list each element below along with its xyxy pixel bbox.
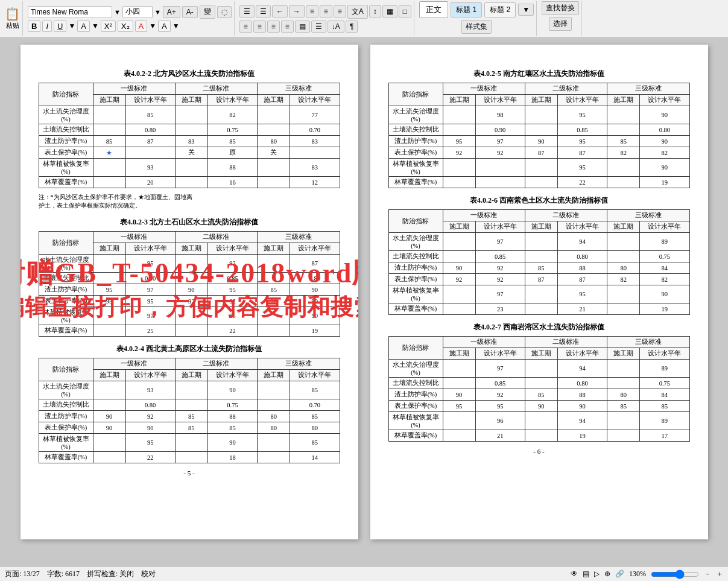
- view-icon1[interactable]: 👁: [571, 570, 578, 579]
- toolbar: 📋 粘贴 ▼ ▼ A+ A- 變 ◌ B I U ▼ A ▼ X²: [0, 0, 728, 37]
- table6-title: 表4.0.2-7 西南岩溶区水土流失防治指标值: [388, 322, 690, 332]
- num-list-btn[interactable]: ☰: [256, 5, 271, 17]
- border-btn[interactable]: □: [399, 5, 411, 17]
- table4-title: 表4.0.2-5 南方红壤区水土流失防治指标值: [388, 69, 690, 79]
- highlight-btn[interactable]: A: [135, 21, 148, 32]
- paste-label: 粘贴: [6, 21, 19, 30]
- styles-more-btn[interactable]: ▼: [518, 4, 534, 16]
- page-2: 表4.0.2-5 南方红壤区水土流失防治指标值 防治指标 一级标准 二级标准 三…: [370, 45, 708, 539]
- increase-font-btn[interactable]: A+: [163, 6, 180, 18]
- page-info: 页面: 13/27: [5, 569, 40, 579]
- zoom-out-btn[interactable]: －: [704, 569, 711, 579]
- column-btn[interactable]: ▦: [382, 5, 397, 17]
- clear-format-btn[interactable]: ◌: [217, 6, 232, 18]
- find-replace-btn[interactable]: 查找替换: [542, 1, 579, 15]
- font-section: ▼ ▼ A+ A- 變 ◌ B I U ▼ A ▼ X² X₂ A ▼ A ▼: [25, 1, 235, 36]
- align-right-btn[interactable]: ≡: [334, 5, 346, 17]
- align2-btn[interactable]: ≡: [239, 21, 252, 33]
- table-4022: 防治指标 一级标准 二级标准 三级标准 施工期设计水平年 施工期设计水平年 施工…: [39, 83, 340, 188]
- page-1: 表4.0.2-2 北方风沙区水土流失防治指标值 防治指标 一级标准 二级标准 三…: [21, 45, 358, 539]
- format-btn1[interactable]: 變: [200, 5, 215, 19]
- align5-btn[interactable]: ≡: [281, 21, 294, 33]
- select-btn[interactable]: 选择: [549, 17, 572, 31]
- table-4025: 防治指标 一级标准 二级标准 三级标准 施工期设计水平年 施工期设计水平年 施工…: [388, 83, 690, 188]
- zhengwen-btn[interactable]: 正文: [419, 1, 448, 18]
- table2-title: 表4.0.2-3 北方土石山区水土流失防治指标值: [39, 217, 340, 227]
- italic-btn[interactable]: I: [42, 21, 52, 32]
- align3-btn[interactable]: ≡: [253, 21, 266, 33]
- text-fx-btn[interactable]: 文A: [347, 5, 368, 19]
- underline-btn[interactable]: U: [54, 21, 66, 32]
- align-center-btn[interactable]: ≡: [320, 5, 332, 17]
- table1-title: 表4.0.2-2 北方风沙区水土流失防治指标值: [39, 69, 340, 79]
- font-color-btn[interactable]: A: [77, 21, 90, 32]
- decrease-font-btn[interactable]: A-: [182, 6, 198, 18]
- heading2-btn[interactable]: 标题 2: [484, 2, 516, 17]
- heading1-btn[interactable]: 标题 1: [451, 2, 482, 17]
- indent-left-btn[interactable]: ←: [272, 5, 288, 17]
- font-size-input[interactable]: [122, 6, 153, 18]
- align4-btn[interactable]: ≡: [267, 21, 280, 33]
- spacing-btn[interactable]: ↕: [369, 5, 381, 17]
- superscript-btn[interactable]: X²: [101, 21, 116, 32]
- table-4024: 防治指标 一级标准 二级标准 三级标准 施工期设计水平年 施工期设计水平年 施工…: [39, 358, 340, 463]
- view-icon3[interactable]: ▷: [594, 570, 600, 579]
- spell-check[interactable]: 拼写检查: 关闭: [87, 569, 134, 579]
- page1-number: - 5 -: [39, 469, 340, 477]
- paste-section: 📋 粘贴: [2, 1, 23, 36]
- bold-btn[interactable]: B: [28, 21, 40, 32]
- indent-right-btn[interactable]: →: [289, 5, 305, 17]
- zoom-level: 130%: [629, 570, 646, 579]
- view-icon2[interactable]: ▤: [583, 570, 589, 579]
- page2-number: - 6 -: [388, 448, 690, 455]
- align6-btn[interactable]: ▤: [295, 21, 310, 33]
- sort-btn[interactable]: ↓A: [328, 21, 344, 33]
- find-section: 查找替换 选择: [539, 1, 582, 36]
- view-icon5[interactable]: 🔗: [615, 570, 624, 579]
- table-4023: 防治指标 一级标准 二级标准 三级标准 施工期设计水平年 施工期设计水平年 施工…: [39, 231, 340, 337]
- font-name-input[interactable]: [28, 6, 112, 18]
- para-spacing-btn[interactable]: ☰: [311, 21, 326, 33]
- styles-set-btn[interactable]: 样式集: [461, 20, 492, 34]
- statusbar: 页面: 13/27 字数: 6617 拼写检查: 关闭 校对 👁 ▤ ▷ ⊕ 🔗…: [0, 567, 728, 581]
- proofread[interactable]: 校对: [141, 569, 156, 579]
- paragraph-section: ☰ ☰ ← → ≡ ≡ ≡ 文A ↕ ▦ □ ≡ ≡ ≡ ≡ ▤ ☰ ↓A ¶: [237, 1, 414, 36]
- styles-section: 正文 标题 1 标题 2 ▼ 样式集: [417, 1, 537, 36]
- bg-color-btn[interactable]: A: [158, 21, 171, 32]
- show-hide-btn[interactable]: ¶: [346, 21, 358, 33]
- zoom-in-btn[interactable]: ＋: [716, 569, 723, 579]
- table5-title: 表4.0.2-6 西南紫色土区水土流失防治指标值: [388, 195, 690, 206]
- table3-title: 表4.0.2-4 西北黄土高原区水土流失防治指标值: [39, 344, 340, 354]
- view-icon4[interactable]: ⊕: [604, 570, 610, 579]
- table1-note: 注：*为风沙区表土保护率不作要求，★地面覆土、固地离 护土，表土保护率根据实际情…: [39, 193, 340, 210]
- table-4026: 防治指标 一级标准 二级标准 三级标准 施工期设计水平年 施工期设计水平年 施工…: [388, 209, 690, 315]
- list-btn[interactable]: ☰: [239, 5, 255, 17]
- paste-icon[interactable]: 📋: [5, 7, 20, 21]
- word-count: 字数: 6617: [47, 569, 80, 579]
- table-4027: 防治指标 一级标准 二级标准 三级标准 施工期设计水平年 施工期设计水平年 施工…: [388, 336, 690, 442]
- document-area: 表4.0.2-2 北方风沙区水土流失防治指标值 防治指标 一级标准 二级标准 三…: [0, 37, 728, 567]
- subscript-btn[interactable]: X₂: [118, 21, 133, 32]
- statusbar-right: 👁 ▤ ▷ ⊕ 🔗 130% － ＋: [571, 569, 723, 579]
- zoom-slider[interactable]: [651, 570, 699, 579]
- align-left-btn[interactable]: ≡: [306, 5, 318, 17]
